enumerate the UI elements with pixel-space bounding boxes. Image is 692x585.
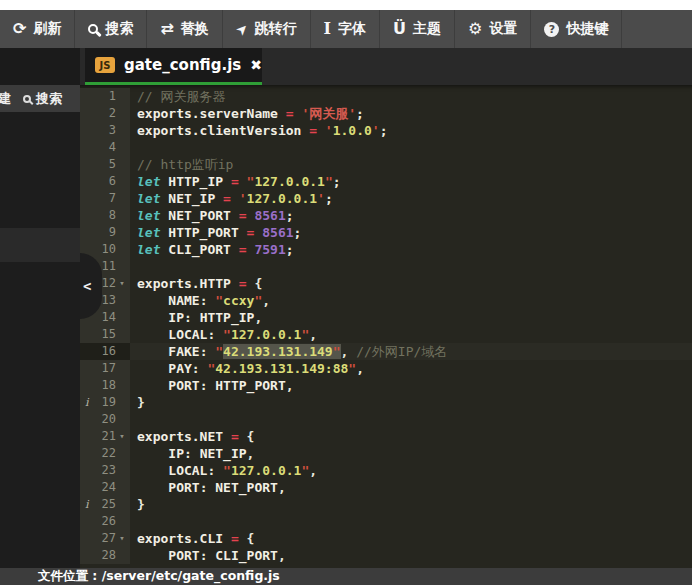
token-id: IP (168, 310, 184, 325)
code-line-text[interactable] (130, 411, 692, 428)
code-line[interactable]: 23 LOCAL: "127.0.0.1", (80, 462, 692, 479)
code-line[interactable]: 15 LOCAL: "127.0.0.1", (80, 326, 692, 343)
code-line[interactable]: 11 (80, 258, 692, 275)
code-line-text[interactable]: PORT: CLI_PORT, (130, 547, 692, 564)
sidebar-search-button[interactable]: 搜索 (23, 90, 62, 108)
token-id: HTTP_PORT (168, 225, 238, 240)
code-line[interactable]: 14 IP: HTTP_IP, (80, 309, 692, 326)
code-line-text[interactable]: let HTTP_PORT = 8561; (130, 224, 692, 241)
code-line[interactable]: 22 IP: NET_IP, (80, 445, 692, 462)
code-line[interactable]: 4 (80, 139, 692, 156)
token-pln: } (137, 395, 145, 410)
code-line[interactable]: 1// 网关服务器 (80, 88, 692, 105)
token-op: = (215, 191, 238, 206)
sidebar-top-spacer (0, 48, 80, 85)
gutter-cell: 8 (80, 207, 130, 224)
code-line[interactable]: 18 PORT: HTTP_PORT, (80, 377, 692, 394)
code-line-text[interactable]: exports.CLI = { (130, 530, 692, 547)
code-line-text[interactable]: PORT: HTTP_PORT, (130, 377, 692, 394)
token-pln: ; (325, 191, 333, 206)
toolbar-button-refresh[interactable]: ⟳刷新 (0, 10, 75, 48)
gutter-cell: 18 (80, 377, 130, 394)
code-line[interactable]: 26 (80, 513, 692, 530)
code-line-text[interactable]: exports.serverName = '网关服'; (130, 105, 692, 122)
line-number: 2 (109, 105, 116, 122)
toolbar-button-jump-line[interactable]: ➤跳转行 (223, 10, 311, 48)
token-id: LOCAL (168, 327, 207, 342)
editor-toolbar: ⟳刷新搜索⇄替换➤跳转行I字体Ü主题⚙设置?快捷键 (0, 10, 692, 48)
new-file-button[interactable]: 建 (0, 90, 11, 108)
code-line[interactable]: 12▾exports.HTTP = { (80, 275, 692, 292)
code-line[interactable]: 13 NAME: "ccxy", (80, 292, 692, 309)
code-line-text[interactable]: NAME: "ccxy", (130, 292, 692, 309)
code-line-text[interactable]: let CLI_PORT = 7591; (130, 241, 692, 258)
line-number: 26 (102, 513, 116, 530)
token-pln: : (184, 310, 200, 325)
toolbar-button-theme[interactable]: Ü主题 (380, 10, 455, 48)
code-line-text[interactable] (130, 513, 692, 530)
code-line[interactable]: 9let HTTP_PORT = 8561; (80, 224, 692, 241)
refresh-icon: ⟳ (13, 21, 26, 37)
code-line-text[interactable]: LOCAL: "127.0.0.1", (130, 326, 692, 343)
code-line-text[interactable]: IP: NET_IP, (130, 445, 692, 462)
code-line-text[interactable] (130, 258, 692, 275)
code-line[interactable]: 24 PORT: NET_PORT, (80, 479, 692, 496)
code-line-text[interactable]: // 网关服务器 (130, 88, 692, 105)
code-line-text[interactable]: exports.NET = { (130, 428, 692, 445)
fold-arrow-icon[interactable]: ▾ (116, 428, 128, 445)
code-line[interactable]: i25} (80, 496, 692, 513)
code-line-text[interactable]: IP: HTTP_IP, (130, 309, 692, 326)
file-tree-selected-item[interactable] (0, 228, 80, 262)
fold-arrow-icon[interactable]: ▾ (116, 275, 128, 292)
code-line[interactable]: 7let NET_IP = '127.0.0.1'; (80, 190, 692, 207)
toolbar-button-settings[interactable]: ⚙设置 (455, 10, 531, 48)
code-line[interactable]: 20 (80, 411, 692, 428)
line-number: 17 (102, 360, 116, 377)
code-line-text[interactable]: exports.clientVersion = '1.0.0'; (130, 122, 692, 139)
code-line[interactable]: 27▾exports.CLI = { (80, 530, 692, 547)
code-line[interactable]: i19} (80, 394, 692, 411)
tab-gate-config[interactable]: JS gate_config.js ✖ (85, 48, 262, 85)
token-qt: " (215, 293, 223, 308)
token-id: NET_IP (168, 191, 215, 206)
code-line[interactable]: 2exports.serverName = '网关服'; (80, 105, 692, 122)
code-line[interactable]: 5// http监听ip (80, 156, 692, 173)
toolbar-button-shortcuts[interactable]: ?快捷键 (531, 10, 622, 48)
code-line[interactable]: 28 PORT: CLI_PORT, (80, 547, 692, 564)
token-id: exports.CLI (137, 531, 223, 546)
code-line-text[interactable] (130, 139, 692, 156)
toolbar-button-label: 跳转行 (255, 20, 297, 38)
code-line-text[interactable]: let NET_PORT = 8561; (130, 207, 692, 224)
token-op: = (278, 106, 301, 121)
token-op: = (231, 242, 254, 257)
code-line[interactable]: 21▾exports.NET = { (80, 428, 692, 445)
fold-arrow-icon[interactable]: ▾ (116, 530, 128, 547)
code-line[interactable]: 10let CLI_PORT = 7591; (80, 241, 692, 258)
code-line[interactable]: 8let NET_PORT = 8561; (80, 207, 692, 224)
code-line-text[interactable]: // http监听ip (130, 156, 692, 173)
file-tree[interactable] (0, 112, 80, 568)
toolbar-button-font[interactable]: I字体 (311, 10, 380, 48)
code-line[interactable]: 16 FAKE: "42.193.131.149", //外网IP/域名 (80, 343, 692, 360)
code-line[interactable]: 3exports.clientVersion = '1.0.0'; (80, 122, 692, 139)
code-editor[interactable]: 1// 网关服务器2exports.serverName = '网关服';3ex… (80, 85, 692, 568)
toolbar-button-search[interactable]: 搜索 (75, 10, 147, 48)
code-line-text[interactable]: } (130, 496, 692, 513)
token-pln: ; (380, 123, 388, 138)
code-line-text[interactable]: let NET_IP = '127.0.0.1'; (130, 190, 692, 207)
tab-close-icon[interactable]: ✖ (250, 57, 262, 73)
token-id: exports.serverName (137, 106, 278, 121)
code-line-text[interactable]: PAY: "42.193.131.149:88", (130, 360, 692, 377)
code-line[interactable]: 6let HTTP_IP = "127.0.0.1"; (80, 173, 692, 190)
code-line-text[interactable]: exports.HTTP = { (130, 275, 692, 292)
code-line-text[interactable]: LOCAL: "127.0.0.1", (130, 462, 692, 479)
token-id: NET_PORT (215, 480, 278, 495)
code-line-text[interactable]: PORT: NET_PORT, (130, 479, 692, 496)
toolbar-button-replace[interactable]: ⇄替换 (147, 10, 222, 48)
code-line[interactable]: 17 PAY: "42.193.131.149:88", (80, 360, 692, 377)
code-line-text[interactable]: let HTTP_IP = "127.0.0.1"; (130, 173, 692, 190)
code-line-text[interactable]: FAKE: "42.193.131.149", //外网IP/域名 (130, 343, 692, 360)
token-pln: : (207, 327, 223, 342)
code-line-text[interactable]: } (130, 394, 692, 411)
gutter-cell: i25 (80, 496, 130, 513)
